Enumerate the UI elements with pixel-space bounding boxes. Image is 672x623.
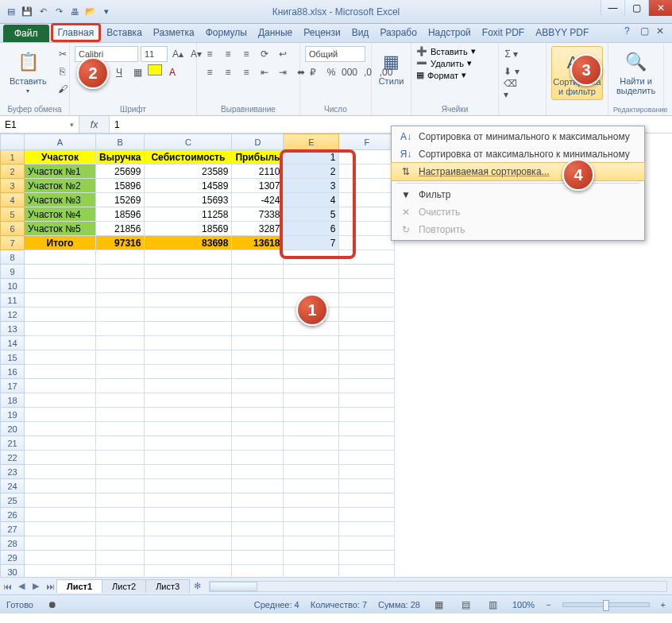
cell-C30[interactable] [145, 565, 232, 578]
cell-B15[interactable] [96, 350, 145, 365]
cell-E16[interactable] [284, 365, 339, 379]
cell-F8[interactable] [339, 250, 395, 265]
cell-B8[interactable] [96, 250, 145, 265]
tab-abbyy pdf[interactable]: ABBYY PDF [530, 23, 594, 42]
cell-E5[interactable]: 5 [284, 207, 339, 222]
insert-cells-button[interactable]: ➕Вставить ▾ [416, 46, 476, 56]
cell-A5[interactable]: Участок №4 [25, 207, 96, 222]
cell-F25[interactable] [339, 493, 395, 508]
cell-B1[interactable]: Выручка [96, 150, 145, 164]
cell-A18[interactable] [25, 393, 96, 408]
cell-D13[interactable] [232, 322, 284, 336]
cell-B3[interactable]: 15896 [96, 179, 145, 193]
col-header-A[interactable]: A [25, 134, 96, 150]
cell-D6[interactable]: 3287 [232, 222, 284, 236]
cell-D16[interactable] [232, 365, 284, 379]
align-center-icon[interactable]: ≡ [220, 64, 236, 80]
cell-E18[interactable] [284, 393, 339, 408]
cell-F11[interactable] [339, 293, 395, 308]
cell-B13[interactable] [96, 322, 145, 336]
cell-D3[interactable]: 1307 [232, 179, 284, 193]
cut-icon[interactable]: ✂ [55, 46, 71, 62]
minimize-button[interactable]: ― [601, 0, 624, 16]
cell-C5[interactable]: 11258 [145, 207, 232, 222]
zoom-level[interactable]: 100% [512, 600, 535, 609]
cell-D14[interactable] [232, 336, 284, 350]
cell-D7[interactable]: 13618 [232, 236, 284, 250]
cell-A10[interactable] [25, 279, 96, 293]
cell-B6[interactable]: 21856 [96, 222, 145, 236]
cell-B2[interactable]: 25699 [96, 164, 145, 179]
row-header-30[interactable]: 30 [1, 565, 25, 578]
cell-F29[interactable] [339, 551, 395, 565]
cell-B26[interactable] [96, 508, 145, 522]
align-bottom-icon[interactable]: ≡ [238, 46, 254, 62]
sheet-nav-first[interactable]: ⏮ [0, 582, 14, 591]
ribbon-minimize-icon[interactable]: ▢ [640, 25, 651, 37]
row-header-1[interactable]: 1 [1, 150, 25, 164]
row-header-3[interactable]: 3 [1, 179, 25, 193]
menu-sort-asc[interactable]: А↓Сортировка от минимального к максималь… [392, 128, 644, 145]
cell-A20[interactable] [25, 422, 96, 436]
cell-E24[interactable] [284, 479, 339, 493]
cell-A7[interactable]: Итого [25, 236, 96, 250]
cell-B7[interactable]: 97316 [96, 236, 145, 250]
cell-E21[interactable] [284, 436, 339, 451]
cell-B21[interactable] [96, 436, 145, 451]
currency-icon[interactable]: ₽ [305, 64, 321, 80]
view-layout-icon[interactable]: ▤ [458, 597, 474, 613]
cell-C28[interactable] [145, 536, 232, 551]
row-header-25[interactable]: 25 [1, 493, 25, 508]
cell-A26[interactable] [25, 508, 96, 522]
row-header-13[interactable]: 13 [1, 322, 25, 336]
cell-B24[interactable] [96, 479, 145, 493]
cell-B18[interactable] [96, 393, 145, 408]
cell-C2[interactable]: 23589 [145, 164, 232, 179]
cell-A25[interactable] [25, 493, 96, 508]
cell-E26[interactable] [284, 508, 339, 522]
tab-вставка[interactable]: Вставка [101, 23, 148, 42]
tab-foxit pdf[interactable]: Foxit PDF [477, 23, 530, 42]
cell-E14[interactable] [284, 336, 339, 350]
cell-D11[interactable] [232, 293, 284, 308]
cell-C9[interactable] [145, 265, 232, 279]
cell-E22[interactable] [284, 451, 339, 465]
cell-C12[interactable] [145, 308, 232, 322]
menu-sort-desc[interactable]: Я↓Сортировка от максимального к минималь… [392, 145, 644, 163]
cell-C17[interactable] [145, 379, 232, 393]
sheet-nav-next[interactable]: ▶ [29, 581, 43, 591]
cell-D10[interactable] [232, 279, 284, 293]
col-header-D[interactable]: D [232, 134, 284, 150]
macro-record-icon[interactable]: ⏺ [44, 597, 60, 613]
cell-F21[interactable] [339, 436, 395, 451]
cell-B16[interactable] [96, 365, 145, 379]
cell-A3[interactable]: Участок №2 [25, 179, 96, 193]
cell-F16[interactable] [339, 365, 395, 379]
tab-данные[interactable]: Данные [253, 23, 298, 42]
sheet-tab-Лист3[interactable]: Лист3 [145, 579, 190, 593]
sheet-nav-last[interactable]: ⏭ [43, 582, 57, 591]
cell-C18[interactable] [145, 393, 232, 408]
zoom-slider[interactable] [562, 602, 650, 607]
cell-F30[interactable] [339, 565, 395, 578]
cell-A14[interactable] [25, 336, 96, 350]
cell-E7[interactable]: 7 [284, 236, 339, 250]
align-left-icon[interactable]: ≡ [202, 64, 218, 80]
cell-F2[interactable] [339, 164, 395, 179]
cell-F19[interactable] [339, 408, 395, 422]
cell-A11[interactable] [25, 293, 96, 308]
cell-A2[interactable]: Участок №1 [25, 164, 96, 179]
doc-close-icon[interactable]: ✕ [656, 25, 667, 37]
cell-A23[interactable] [25, 465, 96, 479]
cell-A29[interactable] [25, 551, 96, 565]
tab-надстрой[interactable]: Надстрой [423, 23, 477, 42]
cell-D26[interactable] [232, 508, 284, 522]
tab-разметка[interactable]: Разметка [148, 23, 200, 42]
row-header-27[interactable]: 27 [1, 522, 25, 536]
row-header-19[interactable]: 19 [1, 408, 25, 422]
cell-E20[interactable] [284, 422, 339, 436]
tab-разрабо[interactable]: Разрабо [374, 23, 423, 42]
cell-F10[interactable] [339, 279, 395, 293]
cell-F4[interactable] [339, 193, 395, 207]
cell-F15[interactable] [339, 350, 395, 365]
